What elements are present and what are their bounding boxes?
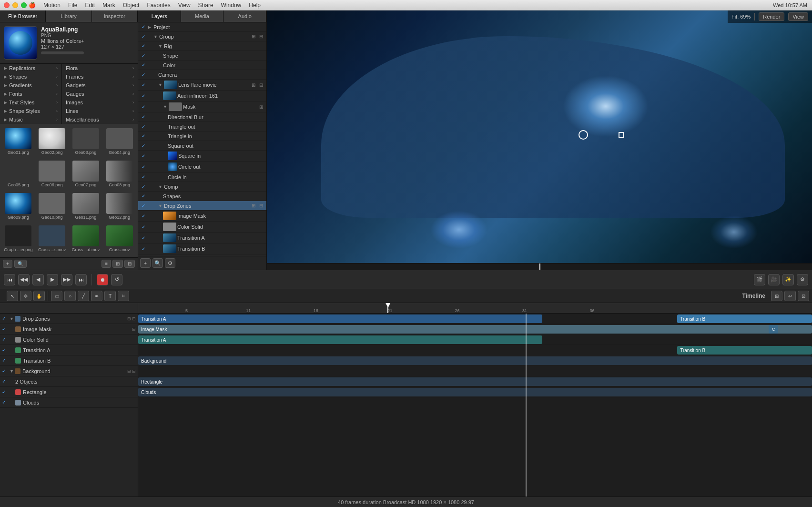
rectangle-tool[interactable]: ▭ <box>51 291 62 301</box>
layer-check[interactable]: ✓ <box>140 193 147 200</box>
bar-transition-b-sub[interactable]: Transition B <box>677 346 812 355</box>
tl-label-transition-b[interactable]: ✓ Transition B <box>0 355 138 366</box>
tl-label-2-objects[interactable]: ✓ 2 Objects <box>0 376 138 387</box>
lib-music[interactable]: ▶ Music › <box>0 115 61 124</box>
text-tool[interactable]: T <box>104 291 116 301</box>
tl-check[interactable]: ✓ <box>2 316 9 321</box>
bezier-tool[interactable]: ⌗ <box>118 291 129 301</box>
layer-check[interactable]: ✓ <box>140 123 147 130</box>
layer-check[interactable]: ✓ <box>140 92 147 99</box>
layer-disclosure[interactable]: ▼ <box>158 82 163 87</box>
tl-label-background[interactable]: ✓ ▼ Background ⊞ ⊟ <box>0 366 138 376</box>
layer-lens-flare[interactable]: ✓ ▼ Lens flare movie ⊞ ⊟ <box>138 80 266 91</box>
layer-audi[interactable]: ✓ Audi infineon 161 <box>138 91 266 101</box>
thumb-item-15[interactable]: Grass.mov <box>103 223 136 254</box>
layer-check[interactable]: ✓ <box>140 163 147 170</box>
layer-check[interactable]: ✓ <box>140 62 147 69</box>
menu-object[interactable]: Object <box>123 2 140 9</box>
layer-tri-in[interactable]: ✓ Triangle in <box>138 132 266 141</box>
thumb-item-12[interactable]: Graph ...er.png <box>2 223 35 254</box>
go-to-end-button[interactable]: ⏭ <box>75 274 87 285</box>
menu-mark[interactable]: Mark <box>102 2 115 9</box>
thumb-item-0[interactable]: Geo01.png <box>2 126 35 157</box>
menu-window[interactable]: Window <box>221 2 242 9</box>
thumb-item-2[interactable]: Geo03.png <box>70 126 102 157</box>
tl-check[interactable]: ✓ <box>2 326 9 332</box>
close-button[interactable] <box>4 2 10 8</box>
lib-flora[interactable]: Flora › <box>62 64 138 72</box>
disclosure[interactable]: ▼ <box>10 316 14 321</box>
tl-label-image-mask[interactable]: ✓ Image Mask ⊟ <box>0 324 138 335</box>
tab-media[interactable]: Media <box>181 10 224 22</box>
search-layers-button[interactable]: 🔍 <box>152 258 163 268</box>
tab-inspector[interactable]: Inspector <box>92 10 138 22</box>
thumb-item-1[interactable]: Geo02.png <box>36 126 69 157</box>
layer-project[interactable]: ✓ ▶ Project <box>138 22 266 32</box>
step-forward-button[interactable]: ▶▶ <box>61 274 72 285</box>
render-button[interactable]: Render <box>759 12 784 21</box>
add-filter-button[interactable]: 🎥 <box>768 274 780 285</box>
menu-view[interactable]: View <box>178 2 191 9</box>
layer-check[interactable]: ✓ <box>140 71 147 78</box>
tab-file-browser[interactable]: File Browser <box>0 10 46 22</box>
layer-color-solid[interactable]: ✓ Color Solid <box>138 222 266 233</box>
list-view-button[interactable]: ≡ <box>102 260 111 268</box>
layer-check[interactable]: ✓ <box>140 133 147 140</box>
layer-disclosure[interactable]: ▼ <box>158 203 163 208</box>
timeline-ruler[interactable]: 5 11 16 21 26 31 36 <box>138 303 812 314</box>
preview-scrubber[interactable] <box>267 263 812 270</box>
layer-transition-a[interactable]: ✓ Transition A <box>138 233 266 243</box>
tl-check[interactable]: ✓ <box>2 347 9 353</box>
zoom-fit-button[interactable]: ⊡ <box>798 291 809 301</box>
control-point-2[interactable] <box>619 132 624 138</box>
search-button[interactable]: 🔍 <box>14 260 27 268</box>
layer-disclosure[interactable]: ▼ <box>163 104 168 109</box>
lib-lines[interactable]: Lines › <box>62 107 138 115</box>
layer-drop-zones[interactable]: ✓ ▼ Drop Zones ⊞ ⊟ <box>138 201 266 211</box>
bar-rectangle[interactable]: Rectangle <box>138 377 812 386</box>
layer-comp[interactable]: ✓ ▼ Comp <box>138 182 266 192</box>
lib-shapes[interactable]: ▶ Shapes › <box>0 72 61 81</box>
layer-shapes[interactable]: ✓ Shapes <box>138 192 266 201</box>
add-layer-button[interactable]: + <box>140 258 151 268</box>
circle-tool[interactable]: ○ <box>64 291 76 301</box>
record-button[interactable]: ⏺ <box>97 274 108 285</box>
bar-clouds[interactable]: Clouds <box>138 388 812 396</box>
step-back-button[interactable]: ◀◀ <box>18 274 30 285</box>
tl-check[interactable]: ✓ <box>2 368 9 374</box>
layer-check[interactable]: ✓ <box>140 203 147 209</box>
menu-edit[interactable]: Edit <box>85 2 95 9</box>
thumb-item-9[interactable]: Geo10.png <box>36 191 69 222</box>
lib-gradients[interactable]: ▶ Gradients › <box>0 81 61 90</box>
layer-image-mask[interactable]: ✓ Image Mask <box>138 211 266 222</box>
layer-check[interactable]: ✓ <box>140 183 147 190</box>
layer-check[interactable]: ✓ <box>140 142 147 149</box>
layer-circle-out[interactable]: ✓ Circle out <box>138 162 266 172</box>
minimize-button[interactable] <box>12 2 18 8</box>
menu-share[interactable]: Share <box>198 2 213 9</box>
thumb-item-13[interactable]: Grass ...s.mov <box>36 223 69 254</box>
lib-shape-styles[interactable]: ▶ Shape Styles › <box>0 107 61 115</box>
tl-label-rectangle[interactable]: ✓ Rectangle <box>0 387 138 397</box>
apple-menu[interactable]: 🍎 <box>29 2 36 9</box>
layer-check[interactable]: ✓ <box>140 245 147 252</box>
add-particle-button[interactable]: ✨ <box>782 274 794 285</box>
pen-tool[interactable]: ✒ <box>91 291 102 301</box>
tl-label-clouds[interactable]: ✓ Clouds <box>0 397 138 408</box>
loop-button[interactable]: ↺ <box>111 274 122 285</box>
bar-transition-b[interactable]: Transition B <box>677 314 812 323</box>
tl-label-transition-a[interactable]: ✓ Transition A <box>0 345 138 355</box>
large-grid-button[interactable]: ⊟ <box>124 260 135 268</box>
disclosure[interactable]: ▼ <box>10 369 14 374</box>
layer-color[interactable]: ✓ Color <box>138 61 266 70</box>
layer-check[interactable]: ✓ <box>140 114 147 121</box>
line-tool[interactable]: ╱ <box>78 291 89 301</box>
layer-tri-out[interactable]: ✓ Triangle out <box>138 122 266 132</box>
thumb-item-4[interactable]: Geo05.png <box>2 158 35 190</box>
lib-miscellaneous[interactable]: Miscellaneous › <box>62 115 138 124</box>
tab-library[interactable]: Library <box>46 10 91 22</box>
tl-label-drop-zones[interactable]: ✓ ▼ Drop Zones ⊞ ⊟ <box>0 314 138 324</box>
tl-check[interactable]: ✓ <box>2 400 9 405</box>
tab-layers[interactable]: Layers <box>138 10 181 22</box>
layer-check[interactable]: ✓ <box>140 174 147 181</box>
